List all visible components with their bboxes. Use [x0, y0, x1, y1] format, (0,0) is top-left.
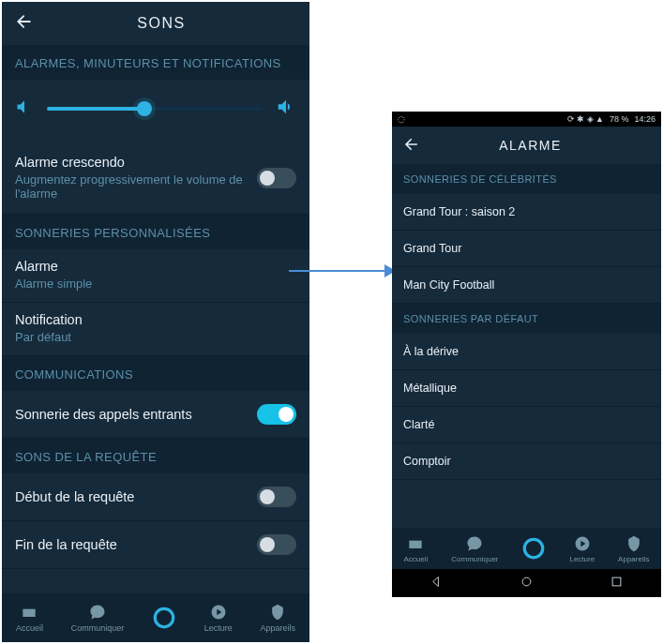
status-bar: ◌ ⟳ ✱ ◈ ▲ 78 % 14:26: [392, 112, 661, 127]
volume-low-icon: [15, 97, 34, 120]
bottom-nav: Accueil Communiquer Lecture Appareils: [392, 528, 661, 569]
nav-communicate[interactable]: Communiquer: [71, 603, 125, 633]
crescendo-label: Alarme crescendo: [15, 155, 257, 170]
incoming-toggle[interactable]: [257, 404, 296, 425]
notification-row[interactable]: Notification Par défaut: [2, 303, 309, 356]
android-home-icon[interactable]: [520, 575, 534, 592]
request-start-toggle[interactable]: [257, 487, 296, 507]
nav-play[interactable]: Lecture: [204, 603, 233, 633]
request-start-row[interactable]: Début de la requête: [2, 473, 309, 521]
section-request-sounds: SONS DE LA REQUÊTE: [2, 439, 309, 473]
incoming-label: Sonnerie des appels entrants: [15, 407, 257, 422]
nav-home[interactable]: Accueil: [16, 603, 43, 633]
section-custom-ringtones: SONNERIES PERSONNALISÉES: [2, 215, 309, 249]
svg-point-6: [525, 539, 544, 558]
status-icons: ⟳ ✱ ◈ ▲: [567, 114, 604, 124]
alarme-screen: ◌ ⟳ ✱ ◈ ▲ 78 % 14:26 ALARME SONNERIES DE…: [392, 112, 661, 597]
nav-alexa[interactable]: [152, 606, 176, 630]
volume-slider-row: [2, 80, 309, 142]
list-item[interactable]: Métallique: [392, 370, 661, 407]
android-back-icon[interactable]: [429, 575, 444, 592]
list-item[interactable]: Grand Tour: [392, 231, 661, 267]
alarm-value: Alarme simple: [15, 277, 296, 291]
request-start-label: Début de la requête: [15, 489, 257, 504]
nav-play[interactable]: Lecture: [569, 534, 595, 563]
arrow-icon: [287, 261, 396, 281]
section-communications: COMMUNICATIONS: [2, 356, 309, 391]
alarm-label: Alarme: [15, 259, 296, 274]
section-default-ringtones: SONNERIES PAR DÉFAUT: [392, 304, 661, 334]
notification-dot-icon: ◌: [398, 114, 405, 124]
list-item[interactable]: Clarté: [392, 407, 661, 443]
svg-point-8: [522, 577, 531, 586]
nav-devices[interactable]: Appareils: [261, 603, 296, 633]
section-alarms: ALARMES, MINUTEURS ET NOTIFICATIONS: [2, 45, 309, 80]
svg-rect-0: [23, 609, 36, 617]
list-item[interactable]: Man City Football: [392, 267, 661, 304]
request-end-toggle[interactable]: [257, 534, 296, 555]
list-item[interactable]: Grand Tour : saison 2: [392, 194, 661, 231]
nav-devices[interactable]: Appareils: [618, 534, 649, 563]
header: SONS: [2, 2, 309, 45]
svg-rect-5: [410, 540, 422, 547]
status-battery: 78 %: [610, 114, 629, 124]
alarm-row[interactable]: Alarme Alarme simple: [2, 249, 309, 303]
nav-communicate[interactable]: Communiquer: [451, 534, 498, 563]
volume-high-icon: [276, 97, 296, 121]
android-recent-icon[interactable]: [610, 575, 624, 592]
request-end-row[interactable]: Fin de la requête: [2, 521, 309, 569]
list-item[interactable]: À la dérive: [392, 334, 661, 370]
nav-alexa[interactable]: [521, 536, 546, 561]
request-end-label: Fin de la requête: [15, 537, 257, 552]
volume-slider[interactable]: [47, 107, 263, 111]
notification-label: Notification: [15, 312, 296, 327]
status-time: 14:26: [634, 114, 655, 124]
crescendo-toggle[interactable]: [257, 168, 296, 188]
page-title: SONS: [26, 15, 296, 32]
svg-point-1: [155, 608, 173, 627]
sons-screen: SONS ALARMES, MINUTEURS ET NOTIFICATIONS…: [2, 2, 309, 642]
crescendo-row[interactable]: Alarme crescendo Augmentez progressiveme…: [2, 142, 309, 215]
incoming-calls-row[interactable]: Sonnerie des appels entrants: [2, 391, 309, 439]
svg-rect-9: [612, 577, 621, 586]
section-celebrity-ringtones: SONNERIES DE CÉLÉBRITÉS: [392, 164, 661, 194]
header: ALARME: [392, 127, 661, 164]
page-title: ALARME: [411, 138, 650, 153]
crescendo-desc: Augmentez progressivement le volume de l…: [15, 172, 257, 201]
bottom-nav: Accueil Communiquer Lecture Appareils: [2, 593, 309, 642]
nav-home[interactable]: Accueil: [403, 534, 428, 563]
android-nav-bar: [392, 569, 661, 597]
notification-value: Par défaut: [15, 330, 296, 344]
list-item[interactable]: Comptoir: [392, 443, 661, 480]
